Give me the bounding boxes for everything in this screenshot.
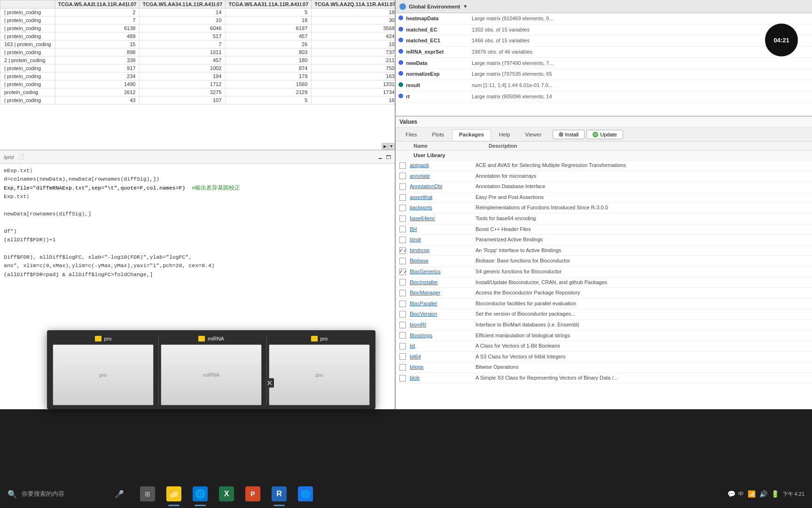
scroll-right[interactable]: ▶	[382, 143, 388, 150]
package-list[interactable]: acepackACE and AVAS for Selecting Multip…	[396, 160, 812, 409]
network-status-icon[interactable]: 📶	[748, 490, 756, 498]
taskbar-item-taskview[interactable]: ⊞	[135, 481, 160, 507]
pkg-name[interactable]: blob	[410, 374, 476, 382]
package-row[interactable]: bindrParametrized Active Bindings	[396, 235, 812, 246]
package-row[interactable]: blobA Simple S3 Class for Representing V…	[396, 373, 812, 384]
package-row[interactable]: BHBoost C++ Header Files	[396, 224, 812, 235]
env-variables-list[interactable]: heatmapData Large matrix (910469 element…	[396, 13, 812, 117]
pkg-name[interactable]: bindr	[410, 236, 476, 244]
volume-icon[interactable]: 🔊	[759, 490, 767, 498]
time-display[interactable]: 下午 4:21	[783, 491, 804, 498]
package-row[interactable]: annotateAnnotation for microarrays	[396, 171, 812, 182]
close-preview-button[interactable]: ✕	[265, 378, 274, 388]
pkg-name[interactable]: bit64	[410, 353, 476, 361]
env-variable-row[interactable]: rt Large matrix (905096 elements, 14	[396, 91, 812, 103]
maximize-icon[interactable]: 🗖	[386, 154, 391, 160]
taskbar-item-excel[interactable]: X	[214, 481, 239, 507]
package-row[interactable]: AnnotationDbiAnnotation Database Interfa…	[396, 182, 812, 192]
pkg-name[interactable]: backports	[410, 204, 476, 212]
pkg-checkbox[interactable]: ✓	[399, 269, 406, 275]
battery-icon[interactable]: 🔋	[771, 490, 779, 498]
env-variable-row[interactable]: heatmapData Large matrix (910469 element…	[396, 13, 812, 24]
mic-icon[interactable]: 🎤	[115, 490, 124, 499]
pkg-name[interactable]: acepack	[410, 161, 476, 170]
scroll-down[interactable]: ▼	[388, 143, 395, 150]
pkg-checkbox[interactable]	[399, 290, 406, 296]
taskbar-item-browser[interactable]: 🌐	[188, 481, 212, 507]
pkg-name[interactable]: BiocParallel	[410, 300, 476, 308]
preview-thumbnail[interactable]: pro	[53, 344, 154, 405]
taskbar-item-network[interactable]: 🌐	[293, 481, 318, 507]
pkg-checkbox[interactable]	[399, 173, 406, 179]
package-row[interactable]: BiostringsEfficient manipulation of biol…	[396, 331, 812, 341]
pkg-checkbox[interactable]	[399, 332, 406, 339]
taskbar-item-ppt[interactable]: P	[241, 481, 265, 507]
pkg-name[interactable]: annotate	[410, 172, 476, 181]
tab-help[interactable]: Help	[492, 129, 517, 140]
pkg-name[interactable]: bit	[410, 342, 476, 350]
pkg-name[interactable]: Biobase	[410, 257, 476, 265]
preview-thumbnail[interactable]: pro	[269, 344, 370, 405]
preview-thumbnail[interactable]: miRNA	[161, 344, 262, 405]
pkg-checkbox[interactable]	[399, 237, 406, 243]
cn-icon[interactable]: 中	[738, 490, 744, 498]
tab-files[interactable]: Files	[398, 129, 424, 140]
package-row[interactable]: BiobaseBiobase: Base functions for Bioco…	[396, 256, 812, 267]
pkg-checkbox[interactable]	[399, 162, 406, 169]
taskbar-item-explorer[interactable]: 📁	[162, 481, 186, 507]
pkg-checkbox[interactable]	[399, 279, 406, 286]
pkg-checkbox[interactable]	[399, 301, 406, 307]
package-row[interactable]: assertthatEasy Pre and Post Assertions	[396, 192, 812, 203]
package-row[interactable]: backportsReimplementations of Functions …	[396, 203, 812, 214]
pkg-checkbox[interactable]	[399, 364, 406, 371]
package-row[interactable]: BiocVersionSet the version of Bioconduct…	[396, 309, 812, 320]
install-button[interactable]: Install	[553, 130, 585, 139]
package-row[interactable]: BiocParallelBioconductor facilities for …	[396, 299, 812, 310]
pkg-name[interactable]: BiocInstaller	[410, 278, 476, 287]
pkg-name[interactable]: biomRt	[410, 321, 476, 329]
package-row[interactable]: bitA Class for Vectors of 1-Bit Booleans	[396, 341, 812, 352]
pkg-name[interactable]: assertthat	[410, 193, 476, 202]
env-variable-row[interactable]: matched_EC 1302 obs. of 15 variables	[396, 24, 812, 36]
pkg-name[interactable]: BiocManager	[410, 289, 476, 297]
pkg-name[interactable]: BH	[410, 225, 476, 234]
chat-icon[interactable]: 💬	[727, 490, 735, 498]
package-row[interactable]: acepackACE and AVAS for Selecting Multip…	[396, 160, 812, 171]
env-variable-row[interactable]: matched_EC1 1466 obs. of 15 variables	[396, 35, 812, 47]
env-variable-row[interactable]: normalizeExp Large matrix (797535 elemen…	[396, 69, 812, 80]
table-wrapper[interactable]: TCGA.W5.AA2I.11A.11R.A41I.07 TCGA.W5.AA3…	[0, 0, 395, 150]
pkg-checkbox[interactable]	[399, 375, 406, 381]
pkg-checkbox[interactable]	[399, 183, 406, 190]
package-row[interactable]: BiocManagerAccess the Bioconductor Packa…	[396, 288, 812, 299]
pkg-name[interactable]: bindrcpp	[410, 246, 476, 255]
package-row[interactable]: ✓BiocGenericsS4 generic functions for Bi…	[396, 267, 812, 278]
env-variable-row[interactable]: newData Large matrix (797490 elements, 7…	[396, 58, 812, 69]
tab-plots[interactable]: Plots	[425, 129, 451, 140]
tab-viewer[interactable]: Viewer	[518, 129, 549, 140]
pkg-checkbox[interactable]	[399, 322, 406, 328]
pkg-name[interactable]: BiocVersion	[410, 310, 476, 318]
update-button[interactable]: ↺ Update	[586, 130, 623, 139]
pkg-name[interactable]: BiocGenerics	[410, 268, 476, 276]
env-header[interactable]: Global Environment ▼	[396, 0, 812, 13]
pkg-name[interactable]: AnnotationDbi	[410, 183, 476, 191]
pkg-name[interactable]: base64enc	[410, 214, 476, 223]
pkg-name[interactable]: Biostrings	[410, 332, 476, 340]
pkg-checkbox[interactable]: ✓	[399, 247, 406, 254]
pkg-checkbox[interactable]	[399, 353, 406, 360]
package-row[interactable]: biomRtInterface to BioMart databases (i.…	[396, 320, 812, 331]
package-row[interactable]: bit64A S3 Class for Vectors of 64bit Int…	[396, 352, 812, 363]
pkg-checkbox[interactable]	[399, 215, 406, 222]
package-row[interactable]: ✓bindrcppAn 'Rcpp' Interface to Active B…	[396, 246, 812, 256]
taskbar-search[interactable]: 🔍 你要搜索的内容 🎤	[0, 490, 132, 499]
pkg-checkbox[interactable]	[399, 258, 406, 264]
pkg-checkbox[interactable]	[399, 205, 406, 211]
pkg-checkbox[interactable]	[399, 226, 406, 232]
minimize-icon[interactable]: 🗕	[378, 154, 383, 160]
package-row[interactable]: bitopsBitwise Operations	[396, 362, 812, 373]
env-variable-row[interactable]: result num [1:11, 1:4] 1.44 6.01e-01 7.0…	[396, 80, 812, 91]
pkg-name[interactable]: bitops	[410, 363, 476, 372]
env-variable-row[interactable]: mRNA_exprSet 19676 obs. of 46 variables	[396, 47, 812, 58]
pkg-checkbox[interactable]	[399, 194, 406, 201]
tab-packages[interactable]: Packages	[452, 129, 491, 140]
